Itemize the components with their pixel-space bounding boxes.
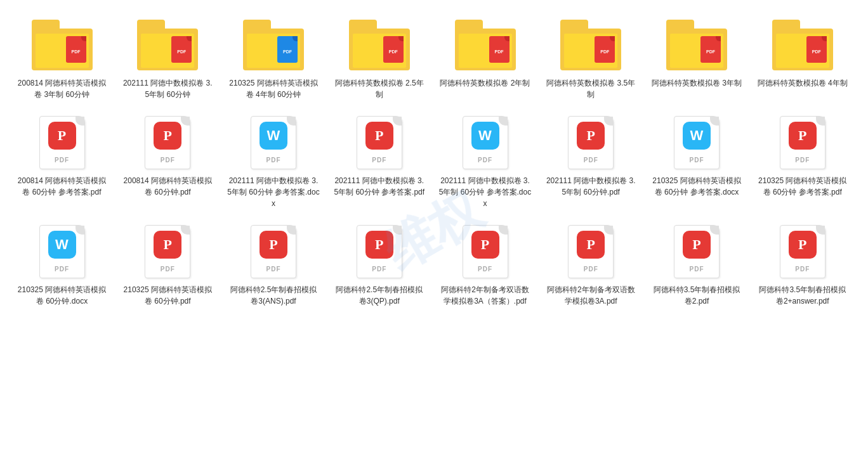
file-item[interactable]: PDF 阿德科特英数模拟卷 3年制 [648,13,746,104]
file-label: 阿德科特英数模拟卷 4年制 [758,77,848,89]
file-label: 202111 阿德中数模拟卷 3.5年制 60分钟 参考答案.docx [227,175,320,209]
file-item[interactable]: WPDF202111 阿德中数模拟卷 3.5年制 60分钟 参考答案.docx [436,110,534,213]
file-item[interactable]: PPDF200814 阿德科特英语模拟卷 60分钟.pdf [119,110,217,213]
file-label: 210325 阿德科特英语模拟卷 4年制 60分钟 [227,77,320,100]
file-label: 210325 阿德科特英语模拟卷 60分钟.docx [15,284,109,307]
file-label: 阿德科特英数模拟卷 2.5年制 [332,77,426,100]
pdf-icon: PPDF [559,223,622,280]
pdf-icon: PPDF [454,223,517,280]
file-item[interactable]: WPDF210325 阿德科特英语模拟卷 60分钟.docx [13,219,111,311]
file-item[interactable]: PDF 阿德科特英数模拟卷 3.5年制 [542,13,640,104]
file-label: 阿德科特英数模拟卷 3年制 [652,77,742,89]
file-label: 202111 阿德中数模拟卷 3.5年制 60分钟 [121,77,214,100]
file-item[interactable]: PPDF阿德科特3.5年制春招模拟卷2.pdf [648,219,746,311]
pdf-icon: PPDF [242,223,305,280]
file-label: 阿德科特2.5年制春招模拟卷3(QP).pdf [332,284,426,307]
file-label: 阿德科特3.5年制春招模拟卷2.pdf [650,284,744,307]
pdf-icon: PPDF [348,114,411,171]
file-label: 200814 阿德科特英语模拟卷 3年制 60分钟 [15,77,109,100]
file-label: 200814 阿德科特英语模拟卷 60分钟.pdf [121,175,214,198]
file-label: 210325 阿德科特英语模拟卷 60分钟 参考答案.docx [650,175,744,198]
file-label: 阿德科特2年制备考双语数学模拟卷3A.pdf [544,284,638,307]
file-label: 202111 阿德中数模拟卷 3.5年制 60分钟 参考答案.docx [438,175,532,209]
file-item[interactable]: PDF 阿德科特英数模拟卷 2.5年制 [330,13,428,104]
pdf-icon: PPDF [30,114,94,171]
folder-icon: PDF [242,16,305,74]
file-label: 阿德科特英数模拟卷 2年制 [440,77,530,89]
file-label: 阿德科特3.5年制春招模拟卷2+answer.pdf [756,284,849,307]
file-item[interactable]: PDF 200814 阿德科特英语模拟卷 3年制 60分钟 [13,13,111,104]
pdf-icon: WPDF [454,114,517,171]
file-item[interactable]: PPDF200814 阿德科特英语模拟卷 60分钟 参考答案.pdf [13,110,111,213]
file-label: 202111 阿德中数模拟卷 3.5年制 60分钟 参考答案.pdf [332,175,426,198]
file-item[interactable]: PPDF202111 阿德中数模拟卷 3.5年制 60分钟.pdf [542,110,640,213]
folder-icon: PDF [559,16,622,74]
file-item[interactable]: PPDF210325 阿德科特英语模拟卷 60分钟.pdf [119,219,217,311]
pdf-icon: PPDF [136,223,199,280]
pdf-icon: WPDF [665,114,728,171]
file-grid: PDF 200814 阿德科特英语模拟卷 3年制 60分钟 PDF 202111… [13,13,855,311]
folder-icon: PDF [771,16,834,74]
file-label: 阿德科特2.5年制春招模拟卷3(ANS).pdf [227,284,320,307]
file-item[interactable]: PPDF阿德科特2.5年制春招模拟卷3(QP).pdf [330,219,428,311]
file-item[interactable]: PDF 阿德科特英数模拟卷 2年制 [436,13,534,104]
file-item[interactable]: PDF 210325 阿德科特英语模拟卷 4年制 60分钟 [225,13,323,104]
file-item[interactable]: PPDF210325 阿德科特英语模拟卷 60分钟 参考答案.pdf [753,110,852,213]
file-label: 阿德科特英数模拟卷 3.5年制 [544,77,638,100]
file-label: 210325 阿德科特英语模拟卷 60分钟.pdf [121,284,214,307]
file-item[interactable]: PDF 阿德科特英数模拟卷 4年制 [753,13,852,104]
pdf-icon: PPDF [136,114,199,171]
file-label: 阿德科特2年制备考双语数学模拟卷3A（答案）.pdf [438,284,532,307]
folder-icon: PDF [136,16,199,74]
file-item[interactable]: PPDF阿德科特2.5年制春招模拟卷3(ANS).pdf [225,219,323,311]
file-label: 200814 阿德科特英语模拟卷 60分钟 参考答案.pdf [15,175,109,198]
pdf-icon: PPDF [559,114,622,171]
folder-icon: PDF [348,16,411,74]
pdf-icon: WPDF [30,223,94,280]
folder-icon: PDF [665,16,728,74]
file-item[interactable]: PPDF阿德科特2年制备考双语数学模拟卷3A.pdf [542,219,640,311]
pdf-icon: PPDF [348,223,411,280]
folder-icon: PDF [454,16,517,74]
file-item[interactable]: PPDF202111 阿德中数模拟卷 3.5年制 60分钟 参考答案.pdf [330,110,428,213]
file-label: 210325 阿德科特英语模拟卷 60分钟 参考答案.pdf [756,175,849,198]
file-item[interactable]: WPDF210325 阿德科特英语模拟卷 60分钟 参考答案.docx [648,110,746,213]
file-item[interactable]: PPDF阿德科特3.5年制春招模拟卷2+answer.pdf [753,219,852,311]
file-label: 202111 阿德中数模拟卷 3.5年制 60分钟.pdf [544,175,638,198]
pdf-icon: WPDF [242,114,305,171]
file-item[interactable]: PDF 202111 阿德中数模拟卷 3.5年制 60分钟 [119,13,217,104]
pdf-icon: PPDF [665,223,728,280]
file-item[interactable]: PPDF阿德科特2年制备考双语数学模拟卷3A（答案）.pdf [436,219,534,311]
file-item[interactable]: WPDF202111 阿德中数模拟卷 3.5年制 60分钟 参考答案.docx [225,110,323,213]
folder-icon: PDF [30,16,94,74]
pdf-icon: PPDF [771,114,834,171]
pdf-icon: PPDF [771,223,834,280]
